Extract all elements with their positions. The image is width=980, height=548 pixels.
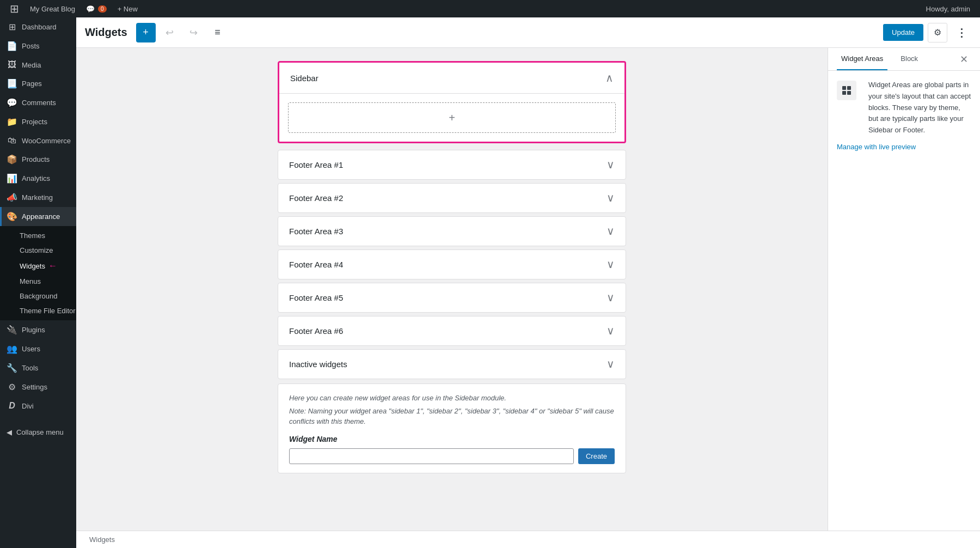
comments-item[interactable]: 💬 0 bbox=[81, 0, 112, 17]
info-description: Here you can create new widget areas for… bbox=[289, 393, 615, 404]
more-options-button[interactable]: ⋮ bbox=[952, 23, 971, 42]
appearance-icon: 🎨 bbox=[7, 211, 17, 222]
admin-bar: ⊞ My Great Blog 💬 0 + New Howdy, admin bbox=[0, 0, 980, 17]
new-item[interactable]: + New bbox=[112, 0, 143, 17]
footer6-header[interactable]: Footer Area #6 ∨ bbox=[278, 316, 626, 345]
comments-icon: 💬 bbox=[7, 98, 17, 108]
sidebar-item-marketing[interactable]: 📣 Marketing bbox=[0, 188, 76, 207]
redo-button[interactable]: ↪ bbox=[184, 23, 204, 42]
footer5-header[interactable]: Footer Area #5 ∨ bbox=[278, 283, 626, 312]
collapse-label: Collapse menu bbox=[16, 428, 64, 436]
tab-block[interactable]: Block bbox=[896, 48, 922, 70]
sidebar-item-media[interactable]: 🖼 Media bbox=[0, 56, 76, 74]
footer1-header[interactable]: Footer Area #1 ∨ bbox=[278, 150, 626, 179]
sidebar-item-posts[interactable]: 📄 Posts bbox=[0, 36, 76, 56]
sidebar-item-label: Projects bbox=[22, 118, 47, 126]
widget-name-section: Widget Name Create bbox=[289, 434, 615, 464]
add-block-placeholder[interactable]: + bbox=[288, 102, 616, 133]
sidebar-item-dashboard[interactable]: ⊞ Dashboard bbox=[0, 17, 76, 36]
sidebar-item-projects[interactable]: 📁 Projects bbox=[0, 112, 76, 131]
widgets-container: Sidebar ∧ + Footer Area #1 bbox=[278, 61, 626, 473]
sidebar-item-tools[interactable]: 🔧 Tools bbox=[0, 358, 76, 377]
sidebar-item-users[interactable]: 👥 Users bbox=[0, 339, 76, 358]
sidebar-widget-title: Sidebar bbox=[290, 74, 318, 83]
footer2-header[interactable]: Footer Area #2 ∨ bbox=[278, 184, 626, 212]
active-arrow-icon: ← bbox=[48, 261, 57, 271]
sidebar-item-label: Media bbox=[22, 61, 41, 69]
update-label: Update bbox=[892, 28, 915, 36]
wp-logo-item[interactable]: ⊞ bbox=[4, 0, 24, 17]
sidebar-item-analytics[interactable]: 📊 Analytics bbox=[0, 169, 76, 188]
submenu-label: Widgets bbox=[20, 262, 45, 270]
dashboard-icon: ⊞ bbox=[7, 22, 17, 32]
sidebar-item-plugins[interactable]: 🔌 Plugins bbox=[0, 320, 76, 339]
sidebar-widget-header[interactable]: Sidebar ∧ bbox=[279, 63, 624, 94]
tab-block-label: Block bbox=[901, 54, 918, 63]
close-panel-button[interactable]: ✕ bbox=[956, 52, 971, 67]
footer6-toggle-icon: ∨ bbox=[607, 324, 615, 337]
layout: ⊞ Dashboard 📄 Posts 🖼 Media 📃 Pages 💬 Co… bbox=[0, 17, 980, 548]
sidebar-item-divi[interactable]: D Divi bbox=[0, 397, 76, 415]
footer3-header[interactable]: Footer Area #3 ∨ bbox=[278, 217, 626, 246]
sidebar-item-label: Analytics bbox=[22, 174, 50, 182]
sidebar-item-settings[interactable]: ⚙ Settings bbox=[0, 377, 76, 397]
footer5-title: Footer Area #5 bbox=[289, 293, 343, 302]
tab-widget-areas-label: Widget Areas bbox=[841, 54, 883, 63]
analytics-icon: 📊 bbox=[7, 173, 17, 184]
sidebar-item-label: WooCommerce bbox=[22, 137, 71, 145]
widgets-toolbar: Widgets + ↩ ↪ ≡ Update ⚙ ⋮ bbox=[76, 17, 980, 48]
sidebar-item-label: Comments bbox=[22, 99, 56, 107]
sidebar-item-label: Posts bbox=[22, 42, 40, 50]
submenu-background[interactable]: Background bbox=[0, 289, 76, 303]
submenu-widgets[interactable]: Widgets ← bbox=[0, 258, 76, 274]
projects-icon: 📁 bbox=[7, 117, 17, 127]
undo-button[interactable]: ↩ bbox=[160, 23, 180, 42]
sidebar-item-label: Tools bbox=[22, 364, 38, 372]
footer2-toggle-icon: ∨ bbox=[607, 191, 615, 204]
footer-bar: Widgets bbox=[76, 531, 980, 548]
new-label: + New bbox=[118, 5, 138, 13]
adminbar-right: Howdy, admin bbox=[921, 0, 976, 17]
submenu-theme-file-editor[interactable]: Theme File Editor bbox=[0, 303, 76, 318]
create-label: Create bbox=[586, 452, 607, 460]
manage-live-preview-link[interactable]: Manage with live preview bbox=[837, 143, 971, 151]
sidebar-item-woocommerce[interactable]: 🛍 WooCommerce bbox=[0, 131, 76, 150]
add-block-button[interactable]: + bbox=[136, 23, 156, 42]
howdy-item[interactable]: Howdy, admin bbox=[921, 0, 976, 17]
sidebar-item-label: Divi bbox=[22, 402, 34, 410]
add-icon: + bbox=[143, 27, 149, 38]
settings-button[interactable]: ⚙ bbox=[928, 23, 947, 42]
wp-logo-icon: ⊞ bbox=[10, 2, 19, 15]
inactive-toggle-icon: ∨ bbox=[607, 357, 615, 370]
submenu-customize[interactable]: Customize bbox=[0, 243, 76, 258]
widget-area-footer3: Footer Area #3 ∨ bbox=[278, 216, 626, 246]
list-view-button[interactable]: ≡ bbox=[208, 23, 228, 42]
sidebar-item-comments[interactable]: 💬 Comments bbox=[0, 93, 76, 112]
footer5-toggle-icon: ∨ bbox=[607, 291, 615, 304]
sidebar-widget-body: + bbox=[279, 94, 624, 142]
admin-sidebar: ⊞ Dashboard 📄 Posts 🖼 Media 📃 Pages 💬 Co… bbox=[0, 17, 76, 548]
tab-widget-areas[interactable]: Widget Areas bbox=[837, 48, 887, 70]
woocommerce-icon: 🛍 bbox=[7, 136, 17, 145]
site-name-item[interactable]: My Great Blog bbox=[24, 0, 81, 17]
widget-area-footer2: Footer Area #2 ∨ bbox=[278, 183, 626, 213]
widget-name-input[interactable] bbox=[289, 448, 574, 464]
submenu-label: Themes bbox=[20, 232, 45, 240]
submenu-menus[interactable]: Menus bbox=[0, 274, 76, 289]
sidebar-item-appearance[interactable]: 🎨 Appearance bbox=[0, 207, 76, 226]
submenu-themes[interactable]: Themes bbox=[0, 228, 76, 243]
plus-icon: + bbox=[449, 112, 455, 124]
users-icon: 👥 bbox=[7, 344, 17, 354]
right-panel-tabs: Widget Areas Block ✕ bbox=[828, 48, 980, 71]
widget-name-row: Create bbox=[289, 448, 615, 464]
update-button[interactable]: Update bbox=[883, 24, 923, 41]
footer4-header[interactable]: Footer Area #4 ∨ bbox=[278, 250, 626, 279]
sidebar-item-pages[interactable]: 📃 Pages bbox=[0, 74, 76, 93]
sidebar-item-products[interactable]: 📦 Products bbox=[0, 150, 76, 169]
svg-rect-3 bbox=[847, 91, 851, 95]
create-button[interactable]: Create bbox=[578, 448, 615, 464]
site-name: My Great Blog bbox=[30, 5, 75, 13]
inactive-header[interactable]: Inactive widgets ∨ bbox=[278, 350, 626, 379]
footer4-toggle-icon: ∨ bbox=[607, 258, 615, 271]
collapse-menu[interactable]: ◀ Collapse menu bbox=[0, 424, 76, 441]
